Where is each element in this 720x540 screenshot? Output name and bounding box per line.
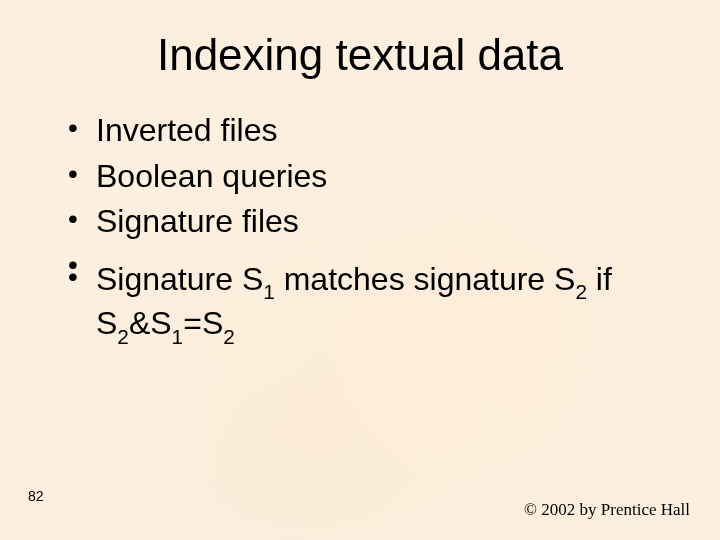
bullet-item: Signature files: [60, 201, 670, 243]
bullet-item: Inverted files: [60, 110, 670, 152]
spacer: [60, 247, 670, 255]
subscript: 1: [172, 325, 184, 348]
subscript: 2: [575, 280, 587, 303]
bullet-item: Signature S1 matches signature S2 if S2&…: [60, 259, 670, 348]
slide: Indexing textual data Inverted files Boo…: [0, 0, 720, 540]
subscript: 2: [117, 325, 129, 348]
text-run: &S: [129, 305, 172, 341]
copyright: © 2002 by Prentice Hall: [524, 500, 690, 520]
text-run: matches signature S: [275, 261, 576, 297]
subscript: 1: [263, 280, 275, 303]
page-number: 82: [28, 488, 44, 504]
bullet-item: Boolean queries: [60, 156, 670, 198]
bullet-list: Inverted files Boolean queries Signature…: [60, 110, 670, 348]
text-run: =S: [183, 305, 223, 341]
subscript: 2: [223, 325, 235, 348]
slide-title: Indexing textual data: [50, 30, 670, 80]
text-run: Signature S: [96, 261, 263, 297]
